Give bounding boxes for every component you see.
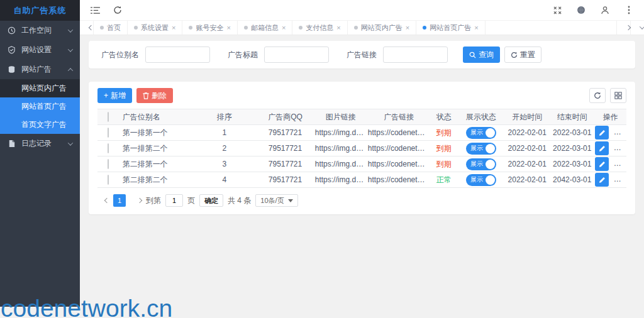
field-label-ad-title: 广告标题	[228, 50, 258, 60]
sidebar-item-site-settings[interactable]: 网站设置	[0, 40, 80, 60]
tab-label: 支付信息	[306, 23, 333, 33]
more-options-icon[interactable]	[624, 5, 634, 15]
page-number-button[interactable]: 1	[113, 194, 126, 207]
app-window: 自助广告系统 工作空间 网站设置 网站广告 网站页内广告	[0, 0, 644, 318]
tab-system-settings[interactable]: 系统设置 ×	[128, 21, 182, 35]
sidebar-item-site-ads[interactable]: 网站广告	[0, 60, 80, 79]
cell-end: 2022-03-01	[550, 125, 594, 141]
submenu-item-label: 首页文字广告	[21, 120, 67, 129]
cell-image-link: https://img.dkewl.c...	[314, 125, 367, 141]
row-checkbox[interactable]	[108, 143, 109, 153]
table-row: 第一排第二个 2 79517721 https://img.dkewl.c...…	[97, 141, 626, 156]
collapse-menu-icon[interactable]	[90, 5, 100, 15]
tab-label: 账号安全	[196, 23, 223, 33]
cell-status: 正常	[431, 172, 457, 188]
cell-start: 2022-02-01	[505, 125, 550, 141]
goto-confirm-button[interactable]: 确定	[199, 194, 223, 207]
table-refresh-button[interactable]	[589, 88, 606, 103]
goto-page-input[interactable]	[165, 194, 183, 207]
toggle-label: 展示	[470, 161, 483, 167]
per-page-select[interactable]: 10条/页	[255, 194, 297, 207]
row-delete-button[interactable]	[614, 126, 626, 140]
cell-qq: 79517721	[256, 141, 314, 156]
refresh-icon[interactable]	[113, 5, 123, 15]
toggle-knob-icon	[486, 144, 495, 153]
tab-payment-info[interactable]: 支付信息 ×	[292, 21, 347, 35]
cell-start: 2022-02-01	[505, 156, 550, 172]
tab-label: 网站首页广告	[430, 23, 471, 33]
edit-button[interactable]	[595, 173, 609, 187]
user-icon[interactable]	[600, 5, 610, 15]
display-toggle[interactable]: 展示	[466, 158, 496, 170]
sidebar-item-homepage-text-ads[interactable]: 首页文字广告	[0, 116, 80, 134]
table-toolbar: + 新增 删除	[97, 88, 626, 103]
sidebar-item-logs[interactable]: 日志记录	[0, 134, 80, 153]
reset-button-label: 重置	[520, 50, 535, 60]
col-status: 状态	[431, 109, 457, 125]
prev-page-button[interactable]	[97, 194, 109, 207]
ads-table-card: + 新增 删除	[89, 82, 635, 214]
row-checkbox[interactable]	[108, 128, 109, 138]
column-settings-button[interactable]	[610, 88, 626, 103]
col-display-status: 展示状态	[457, 109, 505, 125]
tab-home[interactable]: 首页	[94, 21, 128, 35]
display-toggle[interactable]: 展示	[466, 127, 496, 139]
sidebar-item-label: 工作空间	[21, 25, 52, 36]
tabs-menu-dropdown[interactable]	[630, 21, 644, 35]
search-button[interactable]: 查询	[463, 47, 500, 63]
tabs-scroll-right[interactable]	[616, 21, 630, 35]
next-page-button[interactable]	[130, 194, 142, 207]
tab-dot-icon	[100, 26, 104, 30]
edit-button[interactable]	[595, 157, 609, 171]
tab-inpage-ads[interactable]: 网站页内广告 ×	[348, 21, 416, 35]
ads-table: 广告位别名 排序 广告商QQ 图片链接 广告链接 状态 展示状态 开始时间 结束…	[97, 109, 626, 188]
close-icon[interactable]: ×	[474, 25, 478, 31]
delete-button-label: 删除	[152, 90, 167, 101]
add-button[interactable]: + 新增	[97, 88, 132, 103]
tab-homepage-ads[interactable]: 网站首页广告 ×	[416, 21, 485, 35]
edit-button[interactable]	[595, 126, 609, 140]
tab-label: 首页	[107, 23, 121, 33]
close-icon[interactable]: ×	[172, 25, 175, 31]
table-row: 第二排第一个 3 79517721 https://img.dkewl.c...…	[97, 156, 626, 172]
delete-button[interactable]: 删除	[136, 88, 173, 103]
edit-button[interactable]	[595, 141, 609, 155]
cell-qq: 79517721	[256, 125, 314, 141]
row-checkbox[interactable]	[108, 175, 109, 185]
col-image-link: 图片链接	[314, 109, 367, 125]
close-icon[interactable]: ×	[226, 25, 230, 31]
sidebar-item-inpage-ads[interactable]: 网站页内广告	[0, 79, 80, 97]
cell-order: 4	[192, 172, 256, 188]
close-icon[interactable]: ×	[336, 25, 340, 31]
cell-start: 2022-02-01	[505, 172, 550, 188]
sidebar-item-label: 日志记录	[21, 138, 52, 149]
close-icon[interactable]: ×	[282, 25, 286, 31]
sidebar-item-workspace[interactable]: 工作空间	[0, 21, 80, 40]
reset-button[interactable]: 重置	[504, 47, 541, 63]
display-toggle[interactable]: 展示	[466, 174, 496, 186]
chevron-down-icon	[288, 199, 293, 202]
chevron-down-icon	[68, 47, 73, 52]
ad-alias-input[interactable]	[145, 47, 210, 63]
row-checkbox[interactable]	[108, 159, 109, 169]
chevron-down-icon	[68, 27, 73, 32]
ad-link-input[interactable]	[383, 47, 448, 63]
plus-icon: +	[104, 91, 108, 100]
row-delete-button[interactable]	[614, 173, 626, 187]
tabs-scroll-left[interactable]	[80, 21, 94, 35]
globe-icon[interactable]	[576, 5, 586, 15]
row-delete-button[interactable]	[614, 141, 626, 155]
tab-email-info[interactable]: 邮箱信息 ×	[238, 21, 292, 35]
ad-title-input[interactable]	[264, 47, 329, 63]
cell-status: 到期	[431, 156, 457, 172]
sidebar-item-homepage-ads[interactable]: 网站首页广告	[0, 97, 80, 116]
cell-qq: 79517721	[256, 156, 314, 172]
close-icon[interactable]: ×	[406, 25, 409, 31]
tab-account-security[interactable]: 账号安全 ×	[182, 21, 237, 35]
row-delete-button[interactable]	[614, 157, 626, 171]
fullscreen-icon[interactable]	[552, 5, 562, 15]
tabs: 首页 系统设置 × 账号安全 × 邮箱信息 ×	[94, 21, 616, 35]
display-toggle[interactable]: 展示	[466, 143, 496, 155]
select-all-checkbox[interactable]	[108, 112, 109, 122]
cell-order: 3	[192, 156, 256, 172]
